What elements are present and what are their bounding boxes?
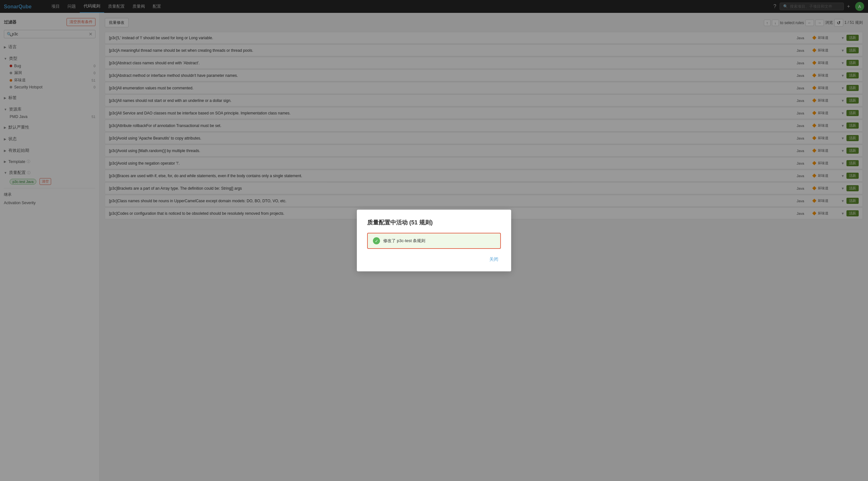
success-icon: ✓ — [373, 237, 380, 244]
modal-success-message: ✓ 修改了 p3c-test 条规则 — [367, 233, 501, 249]
modal-title: 质量配置中活动 (51 规则) — [367, 219, 501, 227]
modal-dialog: 质量配置中活动 (51 规则) ✓ 修改了 p3c-test 条规则 关闭 — [357, 210, 511, 271]
success-text: 修改了 p3c-test 条规则 — [383, 238, 425, 244]
modal-overlay[interactable]: 质量配置中活动 (51 规则) ✓ 修改了 p3c-test 条规则 关闭 — [0, 0, 868, 481]
modal-footer: 关闭 — [367, 255, 501, 264]
modal-close-button[interactable]: 关闭 — [487, 255, 501, 264]
